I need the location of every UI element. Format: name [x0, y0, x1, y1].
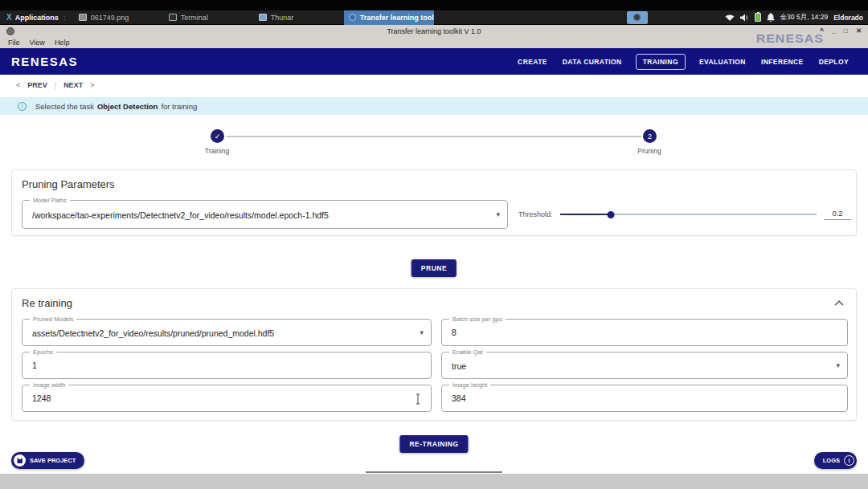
- chevron-up-icon[interactable]: [833, 299, 845, 307]
- nav-inference[interactable]: INFERENCE: [760, 55, 805, 69]
- image-height-field: Image height: [441, 385, 848, 412]
- floppy-disk-icon: [14, 454, 26, 467]
- batch-size-input[interactable]: [442, 320, 847, 345]
- taskbar-window-list: 061749.png Terminal Thunar Transfer lear…: [74, 10, 434, 25]
- stepper-connector: [227, 136, 641, 137]
- app-header: RENESAS CREATE DATA CURATION TRAINING EV…: [0, 48, 868, 75]
- model-paths-label: Model Paths: [30, 197, 70, 204]
- image-width-input[interactable]: [23, 385, 431, 411]
- window-title: Transfer learning toolkit V 1.0: [0, 27, 868, 35]
- pruned-models-value: assets/Detectnetv2_for_video/results/pru…: [23, 320, 431, 347]
- nav-create[interactable]: CREATE: [516, 55, 549, 69]
- desktop-top-edge: [0, 0, 868, 10]
- applications-menu-button[interactable]: X Applications :: [0, 13, 74, 22]
- text-cursor-icon: [415, 393, 421, 405]
- taskbar-window-terminal[interactable]: Terminal: [164, 10, 254, 25]
- step-pruning-label: Pruning: [617, 147, 682, 155]
- threshold-control: Threshold: 0.2: [518, 200, 851, 229]
- retraining-card: Re training Pruned Models assets/Detectn…: [11, 288, 857, 421]
- info-icon: i: [18, 102, 27, 111]
- pruned-models-select[interactable]: Pruned Models assets/Detectnetv2_for_vid…: [22, 319, 432, 346]
- chevron-left-icon: <: [16, 81, 20, 89]
- xorg-icon: X: [6, 13, 12, 22]
- nav-evaluation[interactable]: EVALUATION: [698, 55, 747, 69]
- pager: < PREV | NEXT >: [16, 81, 94, 89]
- caret-down-icon: ▾: [420, 328, 424, 336]
- taskbar-window-toolkit[interactable]: Transfer learning toolkit...: [344, 10, 434, 25]
- next-button[interactable]: NEXT: [63, 81, 83, 89]
- banner-task-name: Object Detection: [97, 102, 158, 111]
- desktop-bottom-edge: [0, 474, 868, 489]
- batch-size-field: Batch size per gpu: [441, 319, 848, 346]
- battery-icon[interactable]: [755, 13, 761, 22]
- caret-down-icon: ▾: [496, 210, 500, 218]
- info-icon: i: [844, 455, 854, 466]
- renesas-brand-logo: RENESAS: [756, 31, 824, 45]
- step-pruning-current[interactable]: 2: [643, 129, 657, 143]
- image-width-field: Image width: [22, 385, 432, 412]
- wifi-icon[interactable]: [725, 14, 735, 22]
- caret-down-icon: ▾: [836, 361, 840, 369]
- save-project-label: SAVE PROJECT: [30, 457, 76, 464]
- gear-icon: [633, 14, 641, 21]
- slider-thumb[interactable]: [608, 211, 615, 218]
- epochs-field: Epochs: [22, 352, 432, 379]
- check-icon: ✓: [215, 132, 221, 141]
- slider-fill: [560, 214, 612, 215]
- prune-button[interactable]: PRUNE: [411, 259, 457, 277]
- model-paths-value: /workspace/tao-experiments/Detectnetv2_f…: [23, 201, 507, 230]
- pruning-parameters-card: Pruning Parameters Model Paths /workspac…: [11, 169, 857, 236]
- nav-data-curation[interactable]: DATA CURATION: [561, 55, 624, 69]
- applications-label: Applications: [15, 14, 59, 22]
- maximize-button[interactable]: □: [844, 26, 848, 35]
- menu-file[interactable]: File: [8, 39, 20, 47]
- window-titlebar: Transfer learning toolkit V 1.0 ^ _ □ ✕: [0, 25, 868, 37]
- save-project-button[interactable]: SAVE PROJECT: [11, 452, 84, 469]
- taskbar-gear-button[interactable]: [627, 11, 648, 24]
- epochs-input[interactable]: [23, 352, 431, 378]
- enable-qat-value: true: [442, 352, 847, 380]
- volume-icon[interactable]: [740, 14, 749, 22]
- file-manager-icon: [259, 14, 267, 21]
- threshold-value[interactable]: 0.2: [824, 209, 851, 220]
- threshold-label: Threshold:: [518, 210, 553, 218]
- step-training-label: Training: [185, 147, 249, 155]
- image-height-input[interactable]: [442, 385, 847, 411]
- taskbar-window-thunar[interactable]: Thunar: [254, 10, 344, 25]
- taskbar-divider: :: [63, 14, 66, 22]
- renesas-header-logo: RENESAS: [11, 55, 78, 68]
- terminal-icon: [169, 14, 177, 21]
- enable-qat-select[interactable]: Enable Qat true ▾: [441, 352, 848, 379]
- chevron-right-icon: >: [90, 81, 94, 89]
- user-name: Eldorado: [833, 14, 863, 22]
- prev-button[interactable]: PREV: [27, 81, 47, 89]
- close-button[interactable]: ✕: [856, 26, 862, 35]
- step-training-done[interactable]: ✓: [211, 129, 224, 143]
- nav-training[interactable]: TRAINING: [636, 54, 686, 70]
- retraining-button[interactable]: RE-TRAINING: [399, 435, 468, 453]
- toolkit-app-icon: [349, 14, 356, 21]
- app-nav: CREATE DATA CURATION TRAINING EVALUATION…: [516, 54, 868, 70]
- taskbar: X Applications : 061749.png Terminal Thu…: [0, 10, 868, 25]
- minimize-button[interactable]: _: [832, 26, 836, 35]
- model-paths-select[interactable]: Model Paths /workspace/tao-experiments/D…: [22, 200, 508, 229]
- taskbar-window-image[interactable]: 061749.png: [74, 10, 164, 25]
- menu-view[interactable]: View: [30, 39, 45, 47]
- logs-button[interactable]: LOGS i: [814, 452, 857, 469]
- clock[interactable]: 金30 5月, 14:29: [780, 13, 829, 22]
- desktop-screen: X Applications : 061749.png Terminal Thu…: [0, 0, 868, 489]
- window-controls: ^ _ □ ✕: [820, 26, 862, 35]
- window-menubar: File View Help: [0, 37, 868, 48]
- info-banner: i Selected the task Object Detection for…: [0, 97, 868, 115]
- pager-divider: |: [55, 81, 56, 89]
- image-file-icon: [79, 14, 87, 21]
- bell-icon[interactable]: [767, 13, 775, 22]
- threshold-slider[interactable]: [560, 210, 817, 219]
- menu-help[interactable]: Help: [55, 39, 70, 47]
- step-number: 2: [648, 132, 652, 141]
- retraining-card-title: Re training: [22, 297, 72, 309]
- system-tray: 金30 5月, 14:29 Eldorado: [725, 13, 868, 22]
- pruning-card-title: Pruning Parameters: [22, 178, 115, 190]
- nav-deploy[interactable]: DEPLOY: [817, 55, 850, 69]
- banner-text: Selected the task Object Detection for t…: [35, 102, 197, 111]
